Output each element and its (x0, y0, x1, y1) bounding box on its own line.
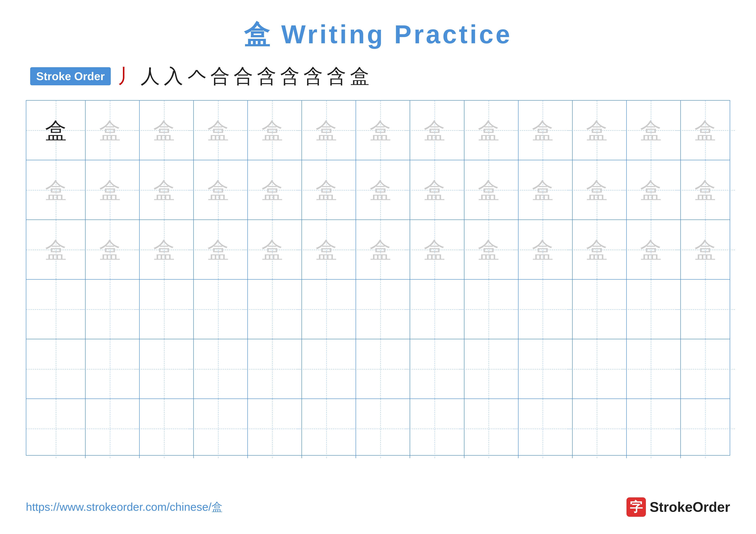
grid-cell-1-5[interactable]: 盒 (243, 101, 302, 160)
brand-icon: 字 (627, 497, 646, 517)
grid-cell-1-13[interactable]: 盒 (676, 101, 735, 160)
grid-cell-4-3[interactable] (134, 280, 194, 339)
grid-cell-3-10[interactable]: 盒 (513, 220, 573, 279)
grid-cell-3-3[interactable]: 盒 (134, 220, 194, 279)
stroke-seq-6: 合 (233, 63, 253, 89)
practice-char-light: 盒 (153, 179, 175, 201)
grid-cell-2-13[interactable]: 盒 (676, 160, 735, 219)
grid-cell-1-12[interactable]: 盒 (622, 101, 681, 160)
grid-cell-1-6[interactable]: 盒 (297, 101, 356, 160)
practice-char-dark: 盒 (45, 119, 67, 141)
grid-cell-6-7[interactable] (351, 399, 410, 458)
grid-cell-2-12[interactable]: 盒 (622, 160, 681, 219)
grid-cell-1-11[interactable]: 盒 (567, 101, 627, 160)
grid-cell-6-6[interactable] (297, 399, 356, 458)
grid-cell-5-3[interactable] (134, 339, 194, 398)
grid-cell-2-5[interactable]: 盒 (243, 160, 302, 219)
practice-char-light: 盒 (315, 239, 337, 261)
grid-cell-3-2[interactable]: 盒 (80, 220, 140, 279)
grid-cell-3-8[interactable]: 盒 (405, 220, 464, 279)
grid-cell-5-11[interactable] (567, 339, 627, 398)
grid-cell-3-9[interactable]: 盒 (459, 220, 519, 279)
grid-cell-1-10[interactable]: 盒 (513, 101, 573, 160)
grid-cell-2-6[interactable]: 盒 (297, 160, 356, 219)
grid-cell-5-2[interactable] (80, 339, 140, 398)
grid-cell-3-12[interactable]: 盒 (622, 220, 681, 279)
grid-cell-6-12[interactable] (622, 399, 681, 458)
grid-cell-3-5[interactable]: 盒 (243, 220, 302, 279)
grid-cell-3-4[interactable]: 盒 (189, 220, 248, 279)
grid-cell-2-11[interactable]: 盒 (567, 160, 627, 219)
grid-cell-1-1[interactable]: 盒 (26, 101, 86, 160)
page: 盒 Writing Practice Stroke Order 丿 人 入 𠆢 … (0, 0, 756, 534)
grid-cell-4-11[interactable] (567, 280, 627, 339)
grid-cell-5-10[interactable] (513, 339, 573, 398)
grid-cell-6-8[interactable] (405, 399, 464, 458)
grid-cell-5-6[interactable] (297, 339, 356, 398)
grid-cell-2-8[interactable]: 盒 (405, 160, 464, 219)
grid-cell-6-11[interactable] (567, 399, 627, 458)
grid-cell-6-5[interactable] (243, 399, 302, 458)
grid-cell-1-3[interactable]: 盒 (134, 101, 194, 160)
grid-cell-4-6[interactable] (297, 280, 356, 339)
grid-cell-4-7[interactable] (351, 280, 410, 339)
grid-cell-3-6[interactable]: 盒 (297, 220, 356, 279)
grid-cell-5-12[interactable] (622, 339, 681, 398)
grid-cell-6-4[interactable] (189, 399, 248, 458)
grid-cell-6-10[interactable] (513, 399, 573, 458)
grid-cell-6-1[interactable] (26, 399, 86, 458)
grid-cell-2-10[interactable]: 盒 (513, 160, 573, 219)
grid-cell-1-4[interactable]: 盒 (189, 101, 248, 160)
grid-cell-3-1[interactable]: 盒 (26, 220, 86, 279)
practice-char-light: 盒 (424, 119, 445, 141)
grid-cell-2-2[interactable]: 盒 (80, 160, 140, 219)
grid-cell-5-1[interactable] (26, 339, 86, 398)
grid-cell-5-5[interactable] (243, 339, 302, 398)
grid-cell-2-4[interactable]: 盒 (189, 160, 248, 219)
grid-cell-5-9[interactable] (459, 339, 519, 398)
practice-char-light: 盒 (586, 179, 608, 201)
practice-char-light: 盒 (315, 179, 337, 201)
practice-char-light: 盒 (261, 179, 283, 201)
grid-cell-4-4[interactable] (189, 280, 248, 339)
grid-cell-6-9[interactable] (459, 399, 519, 458)
grid-cell-1-7[interactable]: 盒 (351, 101, 410, 160)
grid-cell-2-1[interactable]: 盒 (26, 160, 86, 219)
grid-cell-4-8[interactable] (405, 280, 464, 339)
grid-cell-1-2[interactable]: 盒 (80, 101, 140, 160)
grid-cell-4-2[interactable] (80, 280, 140, 339)
practice-char-light: 盒 (369, 239, 391, 261)
practice-char-light: 盒 (424, 179, 445, 201)
grid-cell-5-13[interactable] (676, 339, 735, 398)
practice-char-light: 盒 (261, 239, 283, 261)
practice-char-light: 盒 (99, 239, 121, 261)
grid-cell-2-3[interactable]: 盒 (134, 160, 194, 219)
grid-cell-4-12[interactable] (622, 280, 681, 339)
practice-char-light: 盒 (586, 239, 608, 261)
stroke-order-badge: Stroke Order (30, 67, 111, 85)
grid-cell-2-7[interactable]: 盒 (351, 160, 410, 219)
grid-cell-3-7[interactable]: 盒 (351, 220, 410, 279)
grid-cell-5-7[interactable] (351, 339, 410, 398)
grid-cell-5-8[interactable] (405, 339, 464, 398)
grid-cell-4-9[interactable] (459, 280, 519, 339)
grid-cell-4-13[interactable] (676, 280, 735, 339)
brand-name: StrokeOrder (650, 499, 730, 515)
stroke-seq-7: 含 (257, 63, 276, 89)
grid-cell-4-5[interactable] (243, 280, 302, 339)
grid-cell-1-9[interactable]: 盒 (459, 101, 519, 160)
grid-cell-6-3[interactable] (134, 399, 194, 458)
grid-row-6 (26, 399, 730, 458)
grid-cell-3-11[interactable]: 盒 (567, 220, 627, 279)
grid-cell-2-9[interactable]: 盒 (459, 160, 519, 219)
grid-cell-4-1[interactable] (26, 280, 86, 339)
practice-char-light: 盒 (424, 239, 445, 261)
grid-cell-3-13[interactable]: 盒 (676, 220, 735, 279)
grid-cell-6-2[interactable] (80, 399, 140, 458)
grid-cell-6-13[interactable] (676, 399, 735, 458)
grid-cell-1-8[interactable]: 盒 (405, 101, 464, 160)
grid-cell-4-10[interactable] (513, 280, 573, 339)
grid-cell-5-4[interactable] (189, 339, 248, 398)
practice-char-light: 盒 (315, 119, 337, 141)
practice-char-light: 盒 (369, 119, 391, 141)
